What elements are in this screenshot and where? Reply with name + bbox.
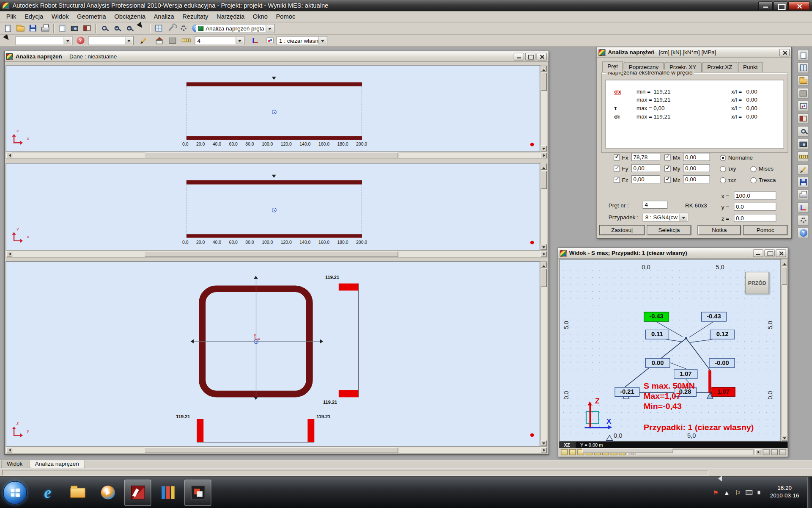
camera-icon[interactable] (798, 139, 809, 149)
scroll-right-icon[interactable] (540, 152, 547, 158)
minimize-button[interactable] (753, 249, 763, 257)
field-combo[interactable] (88, 36, 134, 45)
open-project-icon[interactable] (14, 23, 26, 33)
printer-icon[interactable] (798, 190, 809, 200)
settings-icon[interactable] (798, 215, 809, 226)
maximize-button[interactable] (773, 1, 787, 10)
section-view-zx-pane[interactable]: 0.020.040.060.080.0100.0120.0140.0160.01… (5, 65, 540, 152)
plane-indicator[interactable]: XZ (559, 442, 575, 448)
menu-edycja[interactable]: Edycja (20, 11, 47, 22)
vertical-scrollbar[interactable] (540, 65, 547, 152)
action-center-icon[interactable]: ⚐ (735, 489, 741, 495)
combo-arrow-icon[interactable] (236, 37, 243, 44)
zoom-window-icon[interactable] (99, 23, 110, 33)
new-project-icon[interactable] (2, 23, 14, 33)
menu-narzedzia[interactable]: Narzędzia (212, 11, 249, 22)
pomoc-button[interactable]: Pomoc (743, 225, 787, 235)
vertical-scrollbar[interactable] (540, 261, 547, 447)
screen-capture-icon[interactable] (69, 23, 80, 33)
scroll-left-icon[interactable] (6, 152, 13, 158)
scroll-left-icon[interactable] (6, 447, 13, 453)
scroll-down-icon[interactable] (782, 435, 788, 441)
calculator-icon[interactable] (798, 177, 809, 188)
menu-okno[interactable]: Okno (249, 11, 272, 22)
fz-field[interactable]: 0,00 (631, 175, 661, 183)
network-icon[interactable] (746, 490, 752, 495)
maximize-button[interactable] (764, 249, 774, 257)
menu-analiza[interactable]: Analiza (150, 11, 178, 22)
mz-field[interactable]: 0,00 (683, 175, 710, 183)
scroll-up-icon[interactable] (540, 262, 547, 268)
pan-view-icon[interactable] (136, 23, 147, 33)
select-tool-icon[interactable] (561, 449, 568, 455)
display-grid-icon[interactable] (153, 23, 164, 33)
txz-radio[interactable] (720, 177, 726, 183)
zoom-out-icon[interactable] (123, 23, 134, 33)
zastosuj-button[interactable]: Zastosuj (599, 225, 645, 235)
y-coordinate-field[interactable]: 0,0 (734, 203, 776, 211)
scrollbar-thumb[interactable] (540, 269, 547, 287)
my-field[interactable]: 0,00 (683, 164, 710, 172)
tab-widok[interactable]: Widok (1, 460, 28, 468)
settings-gear-icon[interactable] (178, 23, 189, 33)
combo-arrow-icon[interactable] (266, 25, 273, 32)
combo-arrow-icon[interactable] (64, 37, 71, 44)
structure-view-canvas[interactable]: 0,0 5,0 5,0 0,0 5,0 0,0 0,0 5,0 PRZÓD -0… (559, 259, 781, 442)
tab-pret[interactable]: Pręt (602, 61, 623, 72)
fz-checkbox[interactable] (614, 177, 620, 183)
scrollbar-thumb[interactable] (145, 447, 398, 453)
load-case-combo[interactable]: 1 : ciezar wlasny (277, 36, 327, 45)
mz-checkbox[interactable] (664, 177, 671, 183)
view-manager-icon[interactable] (798, 50, 809, 61)
scroll-right-icon[interactable] (755, 449, 761, 455)
case-select-combo[interactable]: 8 : SGN4(cw (643, 213, 689, 222)
stress-window-titlebar[interactable]: Analiza naprężeń Dane : nieaktualne (5, 51, 549, 62)
taskbar-clock[interactable]: 16:20 2010-03-16 (763, 484, 806, 500)
scrollbar-thumb[interactable] (540, 73, 547, 91)
my-checkbox[interactable] (664, 166, 671, 171)
color-swatch-icon[interactable] (167, 35, 178, 46)
z-coordinate-field[interactable]: 0,0 (734, 214, 776, 222)
library-button[interactable] (154, 479, 181, 505)
object-combo[interactable] (16, 36, 73, 45)
sigma-x-link[interactable]: σx (614, 88, 621, 94)
mx-field[interactable]: 0,00 (683, 153, 710, 161)
close-button[interactable] (779, 49, 790, 56)
menu-pomoc[interactable]: Pomoc (272, 11, 299, 22)
analysis-type-combo[interactable]: Analiza naprężeń pręta (196, 24, 274, 33)
cross-section-pane[interactable]: 119.21 119.21 119.21 119.21 zy (5, 261, 540, 447)
normalne-radio[interactable] (720, 155, 726, 161)
chart-scale-icon[interactable] (264, 35, 275, 46)
mx-checkbox[interactable] (664, 155, 671, 160)
layers-icon[interactable] (798, 152, 809, 162)
robot-application-button[interactable] (184, 479, 211, 505)
horizontal-scrollbar[interactable] (5, 152, 547, 159)
print-icon[interactable] (39, 23, 51, 33)
scroll-down-icon[interactable] (540, 145, 547, 151)
show-desktop-button[interactable] (807, 477, 812, 508)
tresca-radio[interactable] (750, 177, 757, 183)
database-books-icon[interactable] (81, 23, 93, 33)
scrollbar-thumb[interactable] (582, 448, 673, 453)
horizontal-scrollbar[interactable] (5, 447, 547, 454)
volume-icon[interactable] (757, 491, 760, 494)
scroll-right-icon[interactable] (540, 447, 547, 453)
tab-punkt[interactable]: Punkt (738, 62, 763, 72)
x-coordinate-field[interactable]: 100,0 (734, 191, 776, 199)
help-icon[interactable] (798, 228, 809, 238)
scrollbar-thumb[interactable] (145, 251, 398, 257)
scroll-up-icon[interactable] (540, 163, 547, 169)
help-query-icon[interactable] (74, 35, 86, 46)
annotate-pencil-icon[interactable] (138, 35, 149, 46)
selekcja-button[interactable]: Selekcja (647, 225, 691, 235)
horizontal-scrollbar[interactable] (5, 251, 547, 258)
close-button[interactable] (537, 52, 547, 60)
scroll-left-icon[interactable] (6, 251, 13, 257)
txy-radio[interactable] (720, 166, 726, 172)
minimize-button[interactable] (514, 52, 524, 60)
close-button[interactable] (788, 1, 810, 10)
scroll-up-icon[interactable] (540, 66, 547, 72)
internet-explorer-button[interactable]: e (34, 479, 61, 505)
tools-icon[interactable] (165, 23, 177, 33)
media-player-button[interactable] (94, 479, 121, 505)
